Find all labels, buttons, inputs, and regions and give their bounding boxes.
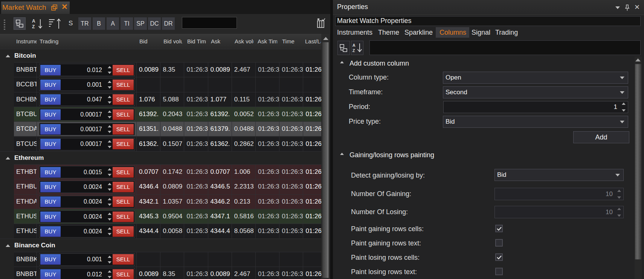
svg-text:Z: Z [32,24,35,29]
svg-text:A: A [353,43,356,48]
svg-text:Z: Z [353,48,355,53]
svg-text:A: A [32,18,35,24]
